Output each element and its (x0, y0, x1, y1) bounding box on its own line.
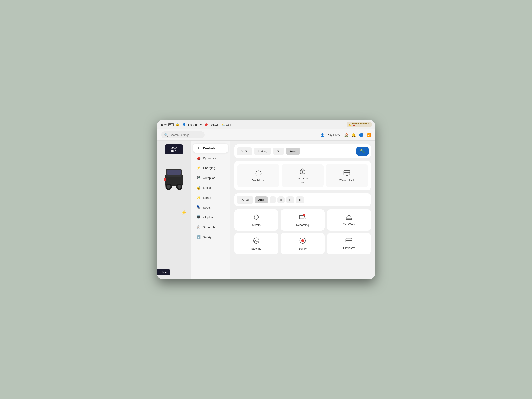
auto-highbeam-icon: 🔦 (360, 149, 365, 154)
locks-icon: 🔒 (196, 185, 201, 190)
svg-point-36 (301, 239, 304, 242)
wiper-off-button[interactable]: Off (237, 196, 253, 204)
recording-button[interactable]: Recording (281, 209, 325, 231)
sidebar-item-charging[interactable]: ⚡ Charging (193, 163, 228, 172)
child-lock-button[interactable]: Child Lock off (282, 164, 323, 187)
garage-icon[interactable]: 🏠 (344, 133, 348, 137)
sidebar-item-display[interactable]: 🖥️ Display (193, 213, 228, 222)
sidebar-item-dynamics[interactable]: 🚗 Dynamics (193, 153, 228, 163)
lights-parking-button[interactable]: Parking (254, 148, 271, 155)
wiper-speed-1[interactable]: I (270, 196, 276, 203)
car-image (160, 158, 188, 198)
svg-rect-19 (299, 215, 304, 219)
sidebar-item-autopilot[interactable]: 🎮 Autopilot (193, 173, 228, 182)
lights-sun-icon: ☀ (241, 149, 243, 153)
wiper-auto-button[interactable]: Auto (254, 196, 268, 203)
sidebar-label-controls: Controls (203, 146, 215, 150)
sidebar-item-locks[interactable]: 🔒 Locks (193, 183, 228, 192)
controls-panel: ☀ Off Parking On Auto 🔦 (230, 140, 375, 279)
bell-icon[interactable]: 🔔 (352, 133, 356, 137)
wiper-speed-3[interactable]: III (286, 196, 294, 203)
dynamics-icon: 🚗 (196, 156, 201, 160)
svg-line-29 (257, 241, 259, 242)
search-input[interactable] (170, 133, 202, 137)
open-trunk-button[interactable]: Open Trunk (165, 145, 183, 154)
status-profile: 👤 Easy Entry (183, 123, 202, 127)
battery-percentage: 45 % (160, 123, 167, 126)
window-lock-label: Window Lock (339, 178, 355, 182)
car-wash-icon (345, 214, 353, 221)
nav-profile-name: Easy Entry (326, 133, 340, 137)
svg-point-21 (303, 214, 305, 216)
status-left: 45 % 🔒 (160, 123, 179, 127)
schedule-icon: ⏱️ (196, 225, 201, 229)
profile-icon-status: 👤 (183, 123, 186, 127)
fold-mirrors-button[interactable]: Fold Mirrors (238, 164, 279, 187)
nav-icons: 🏠 🔔 🔵 📶 (344, 133, 371, 137)
lights-off-button[interactable]: ☀ Off (237, 147, 252, 155)
sidebar-item-seats[interactable]: 💺 Seats (193, 203, 228, 212)
fold-mirrors-label: Fold Mirrors (252, 179, 265, 182)
main-content: Open Trunk ⚡ (157, 140, 375, 279)
bottom-grid: Mirrors Recording (234, 209, 371, 254)
autopilot-icon: 🎮 (196, 176, 201, 180)
temperature-display: 62°F (226, 123, 232, 126)
steering-button[interactable]: Steering (234, 233, 278, 254)
auto-highbeam-button[interactable]: 🔦 (356, 147, 368, 156)
lights-auto-button[interactable]: Auto (286, 148, 300, 155)
controls-icon: ● (196, 146, 201, 150)
sidebar-label-dynamics: Dynamics (203, 156, 216, 160)
svg-rect-13 (346, 175, 348, 176)
battery-bar (168, 123, 174, 126)
sidebar-label-safety: Safety (203, 235, 212, 239)
sidebar-label-charging: Charging (203, 166, 215, 170)
child-lock-label: Child Lock (297, 177, 309, 180)
svg-marker-17 (256, 214, 257, 214)
time-display: 08:16 (211, 123, 218, 126)
lightning-icon: ⚡ (181, 210, 187, 215)
sentry-button[interactable]: Sentry (281, 233, 325, 254)
svg-point-9 (302, 171, 303, 173)
safety-icon: ℹ️ (196, 235, 201, 239)
status-bar: 45 % 🔒 👤 Easy Entry 08:16 ⛅ 62°F ⚠️ PASS… (157, 120, 375, 129)
battery-fill (169, 124, 171, 126)
balance-badge: balance (157, 269, 170, 275)
glovebox-button[interactable]: Glovebox (327, 233, 371, 254)
sidebar-label-display: Display (203, 216, 213, 219)
mirrors-icon (253, 213, 260, 222)
wiper-speed-2[interactable]: II (278, 196, 285, 203)
signal-icon[interactable]: 📶 (367, 133, 371, 137)
charging-icon: ⚡ (196, 166, 201, 170)
wiper-icon (240, 198, 245, 202)
child-lock-sublabel: off (301, 182, 304, 184)
lights-icon: ✨ (196, 195, 201, 200)
svg-point-6 (177, 185, 181, 189)
search-icon: 🔍 (164, 133, 168, 137)
sidebar-item-controls[interactable]: ● Controls (193, 144, 228, 152)
recording-label: Recording (296, 223, 309, 227)
svg-point-4 (167, 185, 171, 189)
mirrors-button[interactable]: Mirrors (234, 209, 278, 231)
mirrors-label: Mirrors (252, 223, 261, 227)
bluetooth-icon[interactable]: 🔵 (359, 133, 363, 137)
sidebar-label-locks: Locks (203, 186, 211, 190)
sidebar-label-lights: Lights (203, 196, 211, 199)
search-box[interactable]: 🔍 (161, 131, 205, 138)
recording-dot-status (205, 123, 208, 126)
sidebar-item-schedule[interactable]: ⏱️ Schedule (193, 223, 228, 232)
car-wash-button[interactable]: Car Wash (327, 209, 371, 231)
sidebar-item-safety[interactable]: ℹ️ Safety (193, 233, 228, 242)
lights-on-button[interactable]: On (273, 148, 285, 155)
sidebar-label-schedule: Schedule (203, 226, 215, 229)
sidebar: ● Controls 🚗 Dynamics ⚡ Charging 🎮 Autop… (191, 140, 230, 279)
sidebar-item-lights[interactable]: ✨ Lights (193, 193, 228, 202)
svg-line-28 (254, 241, 255, 242)
sidebar-label-autopilot: Autopilot (203, 176, 215, 179)
recording-icon (299, 213, 306, 222)
glovebox-label: Glovebox (343, 247, 355, 250)
wiper-speed-4[interactable]: IIII (296, 196, 304, 203)
car-wash-label: Car Wash (343, 223, 355, 226)
svg-marker-18 (256, 220, 257, 221)
nav-center: 👤 Easy Entry 🏠 🔔 🔵 📶 (321, 133, 371, 137)
window-lock-button[interactable]: Window Lock (326, 164, 368, 187)
